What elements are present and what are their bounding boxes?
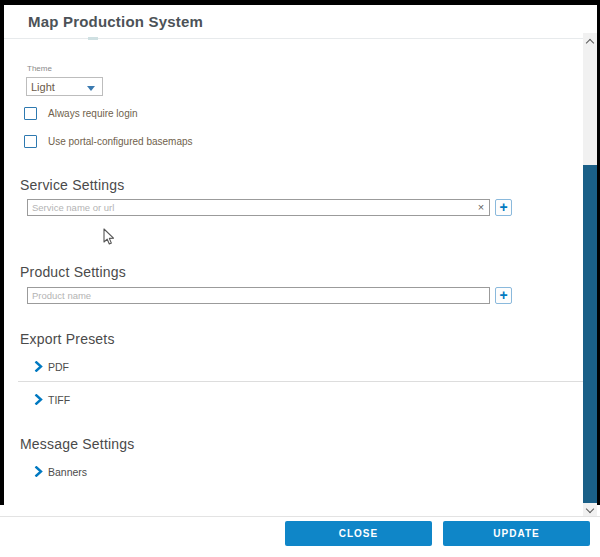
map-production-system-dialog: Map Production System Theme Light Always… xyxy=(0,0,600,557)
add-service-button[interactable]: + xyxy=(495,199,512,216)
clear-input-icon[interactable]: × xyxy=(474,200,488,215)
scroll-content-remnant xyxy=(88,37,98,40)
tiff-preset-label: TIFF xyxy=(48,394,70,406)
chevron-right-icon xyxy=(34,394,43,405)
export-presets-heading: Export Presets xyxy=(20,331,115,347)
banners-label: Banners xyxy=(48,466,87,478)
footer-divider xyxy=(0,516,600,517)
portal-basemaps-checkbox[interactable] xyxy=(24,135,37,148)
portal-basemaps-label: Use portal-configured basemaps xyxy=(48,136,193,147)
theme-dropdown-value: Light xyxy=(31,81,55,93)
product-name-input[interactable] xyxy=(27,287,490,304)
service-name-input[interactable] xyxy=(27,199,490,216)
add-product-button[interactable]: + xyxy=(495,287,512,304)
chevron-right-icon xyxy=(34,466,43,477)
pdf-preset-label: PDF xyxy=(48,361,69,373)
backdrop-edge-top xyxy=(0,0,600,5)
message-settings-heading: Message Settings xyxy=(20,436,134,452)
backdrop-edge-left xyxy=(0,5,4,505)
mouse-cursor-icon xyxy=(103,228,115,246)
update-button[interactable]: UPDATE xyxy=(443,521,590,546)
service-settings-heading: Service Settings xyxy=(20,177,124,193)
chevron-down-icon xyxy=(87,86,95,91)
close-button[interactable]: CLOSE xyxy=(285,521,432,546)
theme-label: Theme xyxy=(27,64,52,73)
theme-dropdown[interactable]: Light xyxy=(26,77,103,96)
scrollbar-thumb[interactable] xyxy=(583,165,597,503)
dialog-title: Map Production System xyxy=(28,13,203,30)
always-require-login-checkbox[interactable] xyxy=(24,107,37,120)
always-require-login-label: Always require login xyxy=(48,108,138,119)
preset-divider xyxy=(18,381,583,382)
chevron-right-icon xyxy=(34,361,43,372)
product-settings-heading: Product Settings xyxy=(20,264,126,280)
